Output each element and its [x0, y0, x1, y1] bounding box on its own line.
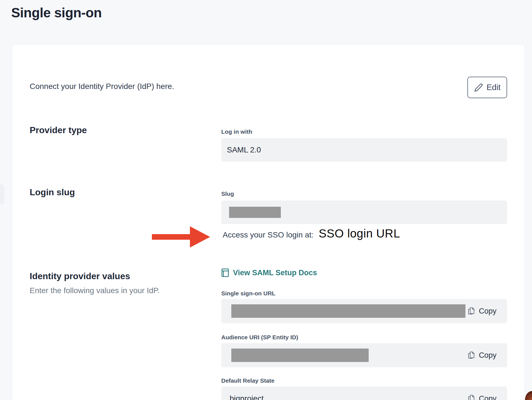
- sso-settings-card: Connect your Identity Provider (IdP) her…: [12, 44, 525, 400]
- copy-icon: [467, 394, 475, 400]
- slug-input[interactable]: [221, 201, 507, 224]
- slug-redacted-value: [229, 207, 281, 218]
- edit-button-label: Edit: [487, 83, 501, 92]
- annotation-arrow-head: [190, 226, 210, 248]
- sso-login-caption-row: Access your SSO login at: SSO login URL: [223, 227, 400, 240]
- log-in-with-label: Log in with: [221, 128, 252, 135]
- default-relay-state-value: bigproject: [230, 394, 263, 400]
- page-title: Single sign-on: [11, 5, 102, 20]
- single-sign-on-url-field: Copy: [221, 299, 507, 323]
- provider-type-select[interactable]: SAML 2.0: [221, 138, 507, 162]
- single-sign-on-url-redacted-value: [231, 304, 465, 318]
- copy-button-label: Copy: [479, 394, 496, 400]
- login-slug-heading: Login slug: [30, 187, 75, 197]
- sso-login-url-annotation: SSO login URL: [319, 227, 400, 240]
- default-relay-state-label: Default Relay State: [221, 377, 274, 384]
- screen-corner-artifact: [525, 391, 532, 400]
- idp-values-heading: Identity provider values: [30, 271, 130, 281]
- intro-text: Connect your Identity Provider (IdP) her…: [30, 82, 174, 91]
- single-sign-on-url-label: Single sign-on URL: [221, 290, 276, 297]
- copy-button-label: Copy: [479, 307, 496, 316]
- copy-relay-state-button[interactable]: Copy: [467, 387, 496, 400]
- copy-icon: [467, 307, 475, 316]
- copy-icon: [467, 351, 475, 360]
- audience-uri-label: Audience URI (SP Entity ID): [221, 334, 298, 341]
- edit-button[interactable]: Edit: [467, 77, 507, 98]
- pencil-icon: [474, 83, 483, 92]
- document-icon: [221, 268, 229, 277]
- slug-label: Slug: [221, 190, 234, 197]
- audience-uri-field: Copy: [221, 343, 507, 367]
- idp-values-subheading: Enter the following values in your IdP.: [30, 286, 160, 295]
- annotation-arrow-body: [152, 234, 190, 240]
- view-saml-setup-docs-link[interactable]: View SAML Setup Docs: [221, 268, 317, 277]
- provider-type-heading: Provider type: [30, 125, 87, 135]
- copy-button-label: Copy: [479, 351, 496, 360]
- default-relay-state-field: bigproject Copy: [221, 387, 507, 400]
- audience-uri-redacted-value: [231, 349, 369, 362]
- copy-sso-url-button[interactable]: Copy: [467, 299, 496, 323]
- sso-login-caption: Access your SSO login at:: [223, 230, 314, 239]
- provider-type-value: SAML 2.0: [227, 145, 261, 154]
- view-saml-setup-docs-label: View SAML Setup Docs: [233, 269, 317, 277]
- copy-audience-uri-button[interactable]: Copy: [467, 343, 496, 367]
- drawer-handle[interactable]: [0, 184, 4, 205]
